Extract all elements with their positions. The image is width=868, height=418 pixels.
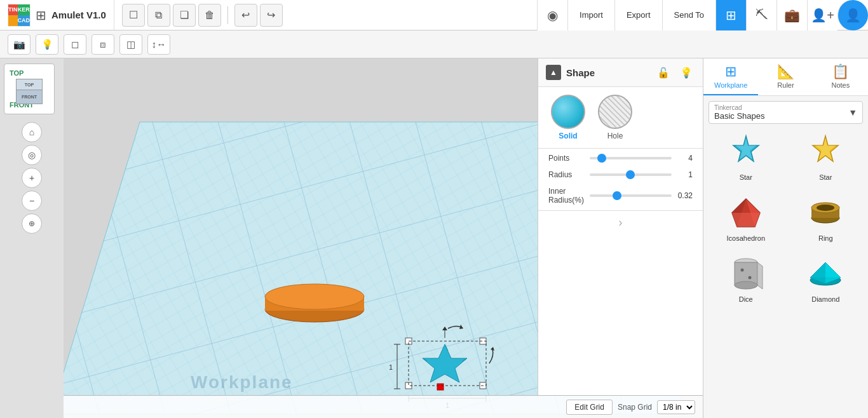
shape-collapse-button[interactable]: ▲ [546,65,561,80]
list-item[interactable]: Icosahedron [709,190,783,246]
shape-panel-header: ▲ Shape 🔓 💡 [538,58,703,87]
ruler-tab-label: Ruler [777,81,794,89]
mirror-button[interactable]: ↕↔ [147,34,170,55]
copy-button[interactable]: ⧉ [147,4,170,27]
logo-blank [8,15,18,26]
points-value: 4 [677,154,693,163]
list-item[interactable]: Star [709,129,783,185]
grid-view-button[interactable]: ⊞ [715,0,746,30]
user-avatar[interactable]: 👤 [837,0,868,30]
perspective-button[interactable]: ⊕ [22,213,42,234]
svg-marker-41 [757,262,763,289]
category-provider: Tinkercad [714,104,765,111]
solid-label: Solid [559,131,577,140]
solid-shape-type[interactable]: Solid [551,95,585,140]
duplicate-button[interactable]: ❏ [173,4,196,27]
tab-notes[interactable]: 📋 Notes [813,58,868,95]
ring-icon [806,194,844,232]
shape-lock-button[interactable]: 🔓 [654,64,672,81]
new-button[interactable]: ☐ [122,4,145,27]
svg-point-43 [740,269,743,272]
inner-radius-label: InnerRadius(%) [548,187,585,205]
toolbar-separator [227,6,228,24]
dice-label: Dice [739,295,753,303]
briefcase-icon[interactable]: 💼 [776,0,807,30]
star-blue-label: Star [740,173,752,181]
hole-shape-type[interactable]: Hole [598,95,632,140]
logo: TIN KER CAD [8,4,31,27]
notes-tab-label: Notes [831,81,850,89]
right-panel-content: Tinkercad Basic Shapes ▼ Star [703,96,868,418]
cube-top-face: TOP [16,79,43,90]
category-selector[interactable]: Tinkercad Basic Shapes ▼ [709,101,863,124]
grid-icon[interactable]: ⊞ [36,8,46,23]
notes-tab-icon: 📋 [832,64,849,80]
radius-param-row: Radius 1 [548,170,693,179]
star-yellow-icon [806,133,844,171]
tab-ruler[interactable]: 📐 Ruler [758,58,813,95]
undo-button[interactable]: ↩ [234,4,257,27]
svg-point-38 [817,205,834,211]
ring-label: Ring [818,234,833,242]
delete-button[interactable]: 🗑 [198,4,221,27]
main-toolbar: ☐ ⧉ ❏ 🗑 ↩ ↪ [114,4,537,27]
list-item[interactable]: Diamond [789,251,864,307]
list-item[interactable]: Ring [789,190,864,246]
export-button[interactable]: Export [614,0,662,30]
main-area: TOP FRONT TOP FRONT ⌂ ◎ + − ⊕ [0,58,868,418]
navigation-buttons: ⌂ ◎ + − ⊕ [4,122,60,234]
zoom-in-button[interactable]: + [22,168,42,188]
community-icon[interactable]: ◉ [537,0,567,30]
app-title: Amulet V1.0 [51,10,106,20]
grid-tool-button[interactable]: ⧈ [92,34,114,55]
add-user-icon[interactable]: 👤+ [807,0,837,30]
list-item[interactable]: Star [789,129,864,185]
shape-tool-button[interactable]: ◻ [64,34,86,55]
snap-grid-select[interactable]: 1/8 in 1/4 in 1 mm 1 in [657,400,695,414]
shape-light-button[interactable]: 💡 [677,64,695,81]
icosahedron-icon [727,194,765,232]
diamond-icon [806,255,844,293]
topbar-right: ◉ Import Export Send To ⊞ ⛏ 💼 👤+ 👤 [537,0,868,30]
align-button[interactable]: ◫ [119,34,142,55]
view-cube[interactable]: TOP FRONT TOP FRONT [4,64,55,114]
logo-ker: KER [18,4,31,15]
pickaxe-icon[interactable]: ⛏ [746,0,776,30]
zoom-out-button[interactable]: − [22,191,42,211]
svg-rect-11 [437,384,444,390]
shape-panel: ▲ Shape 🔓 💡 Solid Hole Points [538,58,703,395]
logo-area: TIN KER CAD ⊞ Amulet V1.0 [0,0,114,30]
radius-slider[interactable] [590,173,672,176]
diamond-label: Diamond [811,295,839,303]
svg-text:1: 1 [389,363,393,371]
hole-sphere-icon [598,95,632,129]
send-to-button[interactable]: Send To [662,0,715,30]
shapes-grid: Star Star [709,129,863,307]
inner-radius-slider[interactable] [590,194,672,197]
hole-label: Hole [607,131,623,140]
list-item[interactable]: Dice [709,251,783,307]
redo-button[interactable]: ↪ [260,4,283,27]
points-param-row: Points 4 [548,154,693,163]
workplane-tab-label: Workplane [714,81,747,89]
canvas-area[interactable]: 1 1 Workplane ▲ Shape 🔓 💡 Solid [64,58,703,418]
solid-sphere-icon [551,95,585,129]
icosahedron-label: Icosahedron [726,234,765,242]
target-nav-button[interactable]: ◎ [22,145,42,165]
edit-grid-button[interactable]: Edit Grid [566,400,613,415]
camera-button[interactable]: 📷 [8,34,31,55]
shape-panel-title: Shape [566,67,649,78]
inner-radius-param-row: InnerRadius(%) 0.32 [548,187,693,205]
category-name: Basic Shapes [714,111,765,121]
points-slider[interactable] [590,157,672,159]
points-label: Points [548,154,585,163]
scroll-hint[interactable]: › [538,211,703,234]
radius-value: 1 [677,170,693,179]
tab-workplane[interactable]: ⊞ Workplane [703,58,758,95]
logo-cad: CAD [18,15,31,26]
secondary-toolbar: 📷 💡 ◻ ⧈ ◫ ↕↔ [0,30,868,58]
light-button[interactable]: 💡 [36,34,58,55]
shape-types: Solid Hole [538,87,703,149]
import-button[interactable]: Import [567,0,614,30]
home-nav-button[interactable]: ⌂ [22,122,42,142]
